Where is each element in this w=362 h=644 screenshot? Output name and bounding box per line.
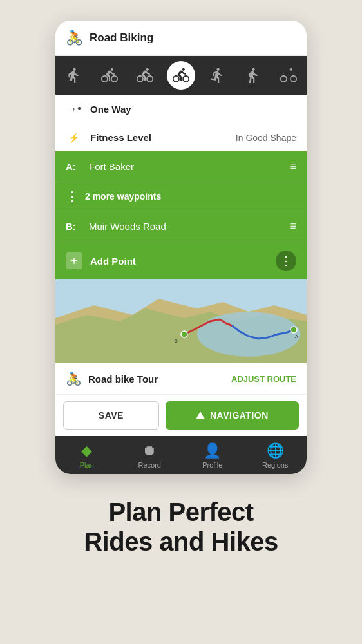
add-point-plus-icon: + <box>66 252 82 269</box>
nav-regions-label: Regions <box>262 461 288 469</box>
more-waypoints-dots-icon: ⋮ <box>66 189 77 204</box>
waypoints-section: A: Fort Baker ≡ ⋮ 2 more waypoints B: Mu… <box>55 151 307 279</box>
fitness-label: Fitness Level <box>90 132 236 143</box>
activity-road-bike[interactable] <box>167 61 195 90</box>
nav-profile-label: Profile <box>202 461 222 469</box>
nav-profile[interactable]: 👤 Profile <box>181 436 244 474</box>
save-button[interactable]: SAVE <box>63 401 159 430</box>
waypoint-b-value: Muir Woods Road <box>89 221 289 232</box>
activity-run[interactable] <box>238 61 267 90</box>
waypoint-a-handle-icon[interactable]: ≡ <box>289 160 296 173</box>
waypoint-b-row[interactable]: B: Muir Woods Road ≡ <box>55 211 307 242</box>
nav-regions[interactable]: 🌐 Regions <box>244 436 307 474</box>
nav-plan-label: Plan <box>80 461 94 469</box>
navigation-label: NAVIGATION <box>210 410 269 421</box>
tagline-line1: Plan Perfect Rides and Hikes <box>84 497 278 556</box>
svg-text:B: B <box>175 339 178 343</box>
plan-icon: ◆ <box>81 442 92 459</box>
action-buttons-row: SAVE NAVIGATION <box>55 395 307 436</box>
activity-hike[interactable] <box>203 61 231 90</box>
fitness-icon: ⚡ <box>66 133 81 143</box>
route-title: Road bike Tour <box>88 374 231 384</box>
fitness-level-row[interactable]: ⚡ Fitness Level In Good Shape <box>55 124 307 151</box>
activity-type-bar <box>55 56 307 95</box>
navigation-button[interactable]: NAVIGATION <box>166 401 299 430</box>
waypoint-b-label: B: <box>66 221 81 232</box>
route-type-row[interactable]: →• One Way <box>55 95 307 124</box>
nav-record-label: Record <box>138 461 161 469</box>
waypoint-a-row[interactable]: A: Fort Baker ≡ <box>55 151 307 182</box>
tagline-section: Plan Perfect Rides and Hikes <box>64 497 298 556</box>
nav-record[interactable]: ⏺ Record <box>119 436 182 474</box>
waypoint-b-handle-icon[interactable]: ≡ <box>289 220 296 233</box>
app-header: 🚴 Road Biking <box>55 21 307 56</box>
activity-walk[interactable] <box>59 61 88 90</box>
svg-point-3 <box>197 312 300 357</box>
fitness-value: In Good Shape <box>236 133 296 143</box>
waypoint-a-label: A: <box>66 161 81 172</box>
route-info-row: 🚴 Road bike Tour ADJUST ROUTE <box>55 363 307 395</box>
profile-icon: 👤 <box>204 442 221 459</box>
one-way-icon: →• <box>66 102 81 116</box>
header-title: Road Biking <box>90 32 153 44</box>
navigation-arrow-icon <box>196 412 205 419</box>
more-waypoints-row[interactable]: ⋮ 2 more waypoints <box>55 182 307 211</box>
more-waypoints-text: 2 more waypoints <box>85 191 161 202</box>
activity-ski[interactable] <box>274 61 303 90</box>
svg-point-5 <box>291 327 297 333</box>
activity-mountain-bike[interactable] <box>131 61 159 90</box>
phone-mockup: 🚴 Road Biking →• <box>55 21 307 474</box>
route-type-label: One Way <box>90 104 296 115</box>
svg-point-4 <box>181 331 187 337</box>
nav-plan[interactable]: ◆ Plan <box>55 436 119 474</box>
regions-icon: 🌐 <box>267 442 284 459</box>
waypoint-a-value: Fort Baker <box>89 161 289 172</box>
activity-bike[interactable] <box>95 61 124 90</box>
more-options-button[interactable]: ⋮ <box>276 251 296 271</box>
svg-text:A: A <box>295 334 298 339</box>
add-point-label: Add Point <box>90 256 276 267</box>
route-type-bike-icon: 🚴 <box>66 371 82 386</box>
record-icon: ⏺ <box>142 442 157 459</box>
activity-type-icon: 🚴 <box>66 30 83 46</box>
map-area: B A <box>55 279 307 363</box>
adjust-route-button[interactable]: ADJUST ROUTE <box>231 374 296 384</box>
bottom-nav: ◆ Plan ⏺ Record 👤 Profile 🌐 Regions <box>55 436 307 474</box>
add-point-row[interactable]: + Add Point ⋮ <box>55 242 307 279</box>
